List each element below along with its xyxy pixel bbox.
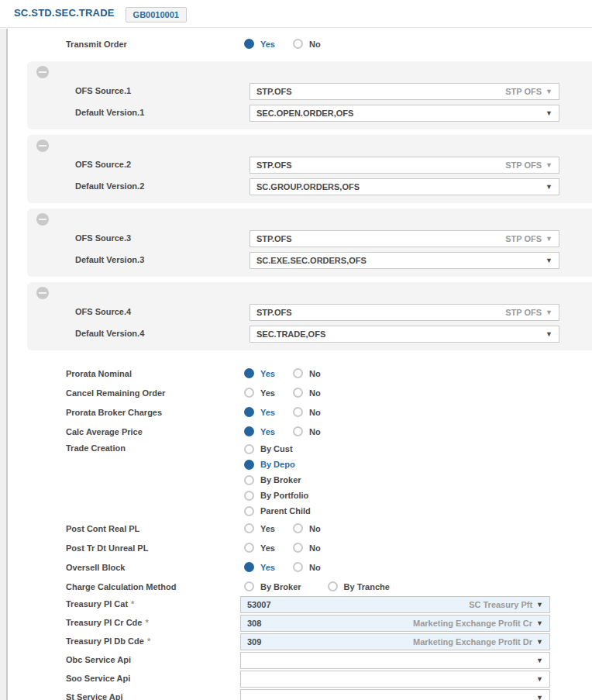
ofs-group-2: OFS Source.2 STP.OFS STP OFS▼ Default Ve…: [27, 135, 592, 203]
radio-parent-child[interactable]: [244, 506, 254, 516]
dropdown-arrow-icon[interactable]: ▼: [546, 257, 552, 264]
input-descriptor: Marketing Exchange Profit Dr: [413, 637, 532, 647]
field-row-ofs-source-3: OFS Source.3 STP.OFS STP OFS▼: [27, 230, 592, 249]
radio-by-tranche-label[interactable]: By Tranche: [344, 582, 390, 591]
dropdown-default-version-1[interactable]: SEC.OPEN.ORDER,OFS ▼: [250, 105, 559, 122]
radio-yes[interactable]: [244, 39, 254, 49]
dropdown-arrow-icon[interactable]: ▼: [546, 309, 552, 316]
radio-no-label[interactable]: No: [309, 369, 321, 378]
input-descriptor: STP OFS: [505, 160, 542, 170]
input-value: STP.OFS: [256, 234, 292, 243]
required-marker: *: [147, 636, 150, 646]
radio-yes-label[interactable]: Yes: [260, 408, 275, 417]
dropdown-arrow-icon[interactable]: ▼: [536, 638, 543, 646]
radio-yes[interactable]: [244, 368, 254, 378]
radio-no[interactable]: [293, 368, 303, 378]
dropdown-arrow-icon[interactable]: ▼: [546, 161, 552, 169]
radio-by-tranche[interactable]: [328, 581, 338, 591]
radio-no[interactable]: [293, 388, 303, 398]
radio-parent-child-label[interactable]: Parent Child: [260, 506, 311, 516]
radio-by-portfolio[interactable]: [244, 491, 254, 501]
radio-no[interactable]: [293, 426, 303, 436]
radio-no-label[interactable]: No: [309, 40, 321, 49]
radio-by-cust[interactable]: [244, 444, 254, 454]
radio-yes[interactable]: [244, 388, 254, 398]
radio-no[interactable]: [293, 523, 303, 533]
radio-by-broker-label[interactable]: By Broker: [260, 582, 301, 591]
radio-yes[interactable]: [244, 407, 254, 417]
field-row-calc-average-price: Calc Average Price Yes No: [9, 422, 592, 441]
field-label-st-service-api: St Service Api: [66, 692, 240, 700]
collapse-icon[interactable]: [36, 66, 49, 78]
field-label-trade-creation: Trade Creation: [66, 443, 240, 453]
dropdown-default-version-4[interactable]: SEC.TRADE,OFS ▼: [250, 326, 559, 343]
radio-by-depo-label[interactable]: By Depo: [260, 460, 295, 469]
radio-no-label[interactable]: No: [309, 563, 321, 572]
field-row-default-version-2: Default Version.2 SC.GROUP.ORDERS,OFS ▼: [27, 178, 592, 197]
radio-no-label[interactable]: No: [309, 388, 321, 398]
radio-yes[interactable]: [244, 543, 254, 553]
dropdown-soo-service-api[interactable]: ▼: [240, 671, 550, 688]
radio-by-broker[interactable]: [244, 581, 254, 591]
radio-no-label[interactable]: No: [309, 427, 321, 436]
radio-yes-label[interactable]: Yes: [260, 543, 275, 553]
dropdown-arrow-icon[interactable]: ▼: [536, 601, 543, 609]
field-row-obc-service-api: Obc Service Api ▼: [9, 652, 592, 671]
collapse-icon[interactable]: [36, 213, 49, 226]
vertical-scrollbar[interactable]: [0, 29, 8, 700]
radio-by-cust-label[interactable]: By Cust: [260, 444, 293, 453]
page-header: SC.STD.SEC.TRADE GB0010001: [0, 0, 592, 28]
input-ofs-source-4[interactable]: STP.OFS STP OFS▼: [250, 304, 559, 321]
dropdown-arrow-icon[interactable]: ▼: [536, 657, 543, 664]
radio-yes-label[interactable]: Yes: [260, 524, 275, 533]
input-descriptor: STP OFS: [505, 308, 542, 317]
radio-no[interactable]: [293, 562, 303, 572]
field-row-ofs-source-2: OFS Source.2 STP.OFS STP OFS▼: [27, 157, 592, 175]
dropdown-st-service-api[interactable]: ▼: [240, 689, 550, 700]
radio-yes-label[interactable]: Yes: [260, 388, 275, 398]
dropdown-default-version-2[interactable]: SC.GROUP.ORDERS,OFS ▼: [250, 178, 559, 195]
radio-yes-label[interactable]: Yes: [260, 369, 275, 378]
radio-no[interactable]: [293, 407, 303, 417]
dropdown-arrow-icon[interactable]: ▼: [536, 675, 543, 683]
field-label-obc-service-api: Obc Service Api: [66, 655, 240, 664]
radio-yes[interactable]: [244, 562, 254, 572]
dropdown-arrow-icon[interactable]: ▼: [536, 619, 543, 627]
dropdown-arrow-icon[interactable]: ▼: [546, 235, 552, 243]
radio-by-portfolio-label[interactable]: By Portfolio: [260, 491, 308, 500]
radio-yes-label[interactable]: Yes: [260, 40, 275, 49]
input-treasury-pl-cr-cde[interactable]: 308 Marketing Exchange Profit Cr▼: [240, 615, 550, 632]
field-label-oversell-block: Oversell Block: [66, 563, 240, 572]
record-id-badge: GB0010001: [126, 7, 187, 22]
dropdown-arrow-icon[interactable]: ▼: [546, 109, 552, 117]
radio-by-broker-label[interactable]: By Broker: [260, 475, 301, 484]
radio-yes-label[interactable]: Yes: [260, 427, 275, 436]
dropdown-default-version-3[interactable]: SC.EXE.SEC.ORDERS,OFS ▼: [250, 252, 559, 269]
radio-by-depo[interactable]: [244, 460, 254, 470]
dropdown-arrow-icon[interactable]: ▼: [546, 183, 552, 191]
input-ofs-source-3[interactable]: STP.OFS STP OFS▼: [250, 230, 559, 247]
field-row-default-version-4: Default Version.4 SEC.TRADE,OFS ▼: [27, 326, 592, 344]
dropdown-arrow-icon[interactable]: ▼: [546, 88, 552, 95]
radio-no-label[interactable]: No: [309, 408, 321, 417]
dropdown-arrow-icon[interactable]: ▼: [546, 330, 552, 338]
field-row-post-tr-dt-unreal-pl: Post Tr Dt Unreal PL Yes No: [9, 538, 592, 557]
field-row-treasury-pl-cat: Treasury Pl Cat* 53007 SC Treasury Pft▼: [9, 596, 592, 615]
radio-no-label[interactable]: No: [309, 524, 321, 533]
radio-yes-label[interactable]: Yes: [260, 563, 275, 572]
radio-yes[interactable]: [244, 426, 254, 436]
collapse-icon[interactable]: [36, 140, 49, 152]
input-treasury-pl-cat[interactable]: 53007 SC Treasury Pft▼: [240, 596, 550, 613]
radio-no[interactable]: [293, 543, 303, 553]
dropdown-obc-service-api[interactable]: ▼: [240, 652, 550, 669]
radio-yes[interactable]: [244, 523, 254, 533]
input-treasury-pl-db-cde[interactable]: 309 Marketing Exchange Profit Dr▼: [240, 633, 550, 650]
radio-by-broker[interactable]: [244, 475, 254, 485]
ofs-group-3: OFS Source.3 STP.OFS STP OFS▼ Default Ve…: [27, 209, 592, 277]
input-ofs-source-2[interactable]: STP.OFS STP OFS▼: [250, 157, 559, 174]
radio-no-label[interactable]: No: [309, 543, 321, 553]
dropdown-arrow-icon[interactable]: ▼: [536, 694, 543, 700]
radio-no[interactable]: [293, 39, 303, 49]
collapse-icon[interactable]: [36, 287, 49, 299]
input-ofs-source-1[interactable]: STP.OFS STP OFS▼: [250, 83, 559, 100]
